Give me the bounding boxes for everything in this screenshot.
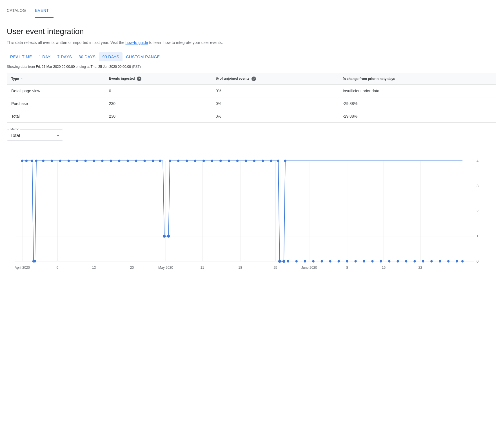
svg-text:8: 8: [346, 266, 348, 270]
svg-point-66: [321, 260, 323, 263]
svg-point-50: [211, 160, 213, 162]
table-row: Detail page view 0 0% Insufficient prior…: [7, 85, 496, 97]
svg-point-73: [380, 260, 382, 263]
svg-point-47: [186, 160, 188, 162]
cell-change-1: -29.88%: [338, 97, 496, 110]
svg-point-62: [287, 260, 289, 263]
svg-text:11: 11: [201, 266, 204, 270]
svg-point-28: [42, 160, 44, 162]
svg-point-53: [236, 160, 239, 162]
svg-point-80: [439, 260, 441, 263]
cell-unjoined-total: 0%: [211, 110, 338, 123]
col-header-pct-change: % change from prior ninety days: [338, 73, 496, 85]
cell-type-0: Detail page view: [7, 85, 104, 97]
svg-text:22: 22: [419, 266, 422, 270]
svg-point-67: [329, 260, 331, 263]
svg-point-71: [363, 260, 365, 263]
svg-point-54: [245, 160, 247, 162]
cell-change-total: -29.88%: [338, 110, 496, 123]
cell-type-total: Total: [7, 110, 104, 123]
svg-point-56: [262, 160, 264, 162]
svg-point-82: [456, 260, 458, 263]
svg-point-35: [101, 160, 104, 162]
svg-point-29: [51, 160, 53, 162]
metric-dropdown[interactable]: Metric Total ▼: [7, 129, 63, 141]
tab-catalog[interactable]: CATALOG: [7, 8, 30, 18]
svg-point-55: [253, 160, 255, 162]
svg-point-59: [278, 260, 281, 263]
svg-point-78: [422, 260, 424, 263]
svg-text:3: 3: [477, 184, 478, 188]
realtime-button[interactable]: REAL TIME: [7, 52, 35, 61]
svg-point-43: [163, 235, 166, 238]
svg-text:6: 6: [56, 266, 58, 270]
cell-events-total: 230: [104, 110, 211, 123]
how-to-guide-link[interactable]: how-to guide: [125, 40, 148, 45]
pct-unjoined-help-icon[interactable]: ?: [252, 77, 256, 81]
svg-point-27: [35, 160, 37, 162]
svg-point-46: [177, 160, 179, 162]
svg-point-42: [159, 160, 161, 162]
svg-point-23: [25, 160, 28, 162]
svg-point-69: [346, 260, 348, 263]
svg-point-65: [312, 260, 315, 263]
svg-point-72: [371, 260, 373, 263]
chart-container: 4 3 2 1 0: [7, 152, 496, 270]
1day-button[interactable]: 1 DAY: [35, 52, 54, 61]
svg-point-34: [93, 160, 95, 162]
svg-point-51: [219, 160, 222, 162]
svg-point-70: [355, 260, 357, 263]
tab-event[interactable]: EVENT: [35, 8, 53, 18]
dropdown-arrow-icon: ▼: [57, 134, 59, 137]
table-row: Purchase 230 0% -29.88%: [7, 97, 496, 110]
metric-value: Total: [10, 133, 20, 138]
page-title: User event integration: [7, 27, 496, 36]
svg-text:2: 2: [477, 209, 478, 213]
svg-point-37: [118, 160, 121, 162]
svg-text:15: 15: [382, 266, 386, 270]
svg-point-30: [59, 160, 61, 162]
cell-type-1: Purchase: [7, 97, 104, 110]
svg-point-32: [76, 160, 78, 162]
90days-button[interactable]: 90 DAYS: [99, 52, 123, 61]
svg-point-41: [152, 160, 154, 162]
svg-point-68: [338, 260, 340, 263]
svg-point-74: [388, 260, 390, 263]
svg-point-44: [167, 235, 170, 238]
svg-text:April 2020: April 2020: [15, 266, 30, 270]
svg-text:May 2020: May 2020: [158, 266, 173, 270]
svg-point-38: [126, 160, 129, 162]
cell-unjoined-0: 0%: [211, 85, 338, 97]
svg-point-76: [405, 260, 407, 263]
svg-point-57: [270, 160, 272, 162]
svg-text:4: 4: [477, 159, 479, 163]
date-range-info: Showing data from Fri, 27 Mar 2020 00:00…: [7, 65, 496, 69]
7days-button[interactable]: 7 DAYS: [54, 52, 75, 61]
metric-label: Metric: [9, 127, 20, 131]
svg-point-36: [110, 160, 112, 162]
col-header-type[interactable]: Type ↑: [7, 73, 104, 85]
line-chart: 4 3 2 1 0: [7, 152, 485, 270]
svg-text:1: 1: [477, 234, 478, 238]
svg-point-24: [31, 160, 33, 162]
svg-point-63: [295, 260, 298, 263]
custom-range-button[interactable]: CUSTOM RANGE: [123, 52, 163, 61]
main-content: User event integration This data reflect…: [0, 18, 503, 279]
svg-point-75: [397, 260, 399, 263]
svg-point-49: [202, 160, 205, 162]
events-table: Type ↑ Events ingested ? % of unjoined e…: [7, 73, 496, 123]
svg-point-83: [461, 260, 464, 263]
svg-point-39: [135, 160, 137, 162]
svg-text:25: 25: [273, 266, 277, 270]
cell-unjoined-1: 0%: [211, 97, 338, 110]
col-header-pct-unjoined: % of unjoined events ?: [211, 73, 338, 85]
svg-point-31: [68, 160, 70, 162]
svg-point-52: [228, 160, 230, 162]
svg-point-22: [21, 160, 23, 162]
svg-text:13: 13: [92, 266, 96, 270]
svg-text:20: 20: [130, 266, 134, 270]
svg-point-26: [34, 260, 36, 263]
events-ingested-help-icon[interactable]: ?: [137, 77, 141, 81]
svg-point-77: [413, 260, 416, 263]
30days-button[interactable]: 30 DAYS: [75, 52, 99, 61]
